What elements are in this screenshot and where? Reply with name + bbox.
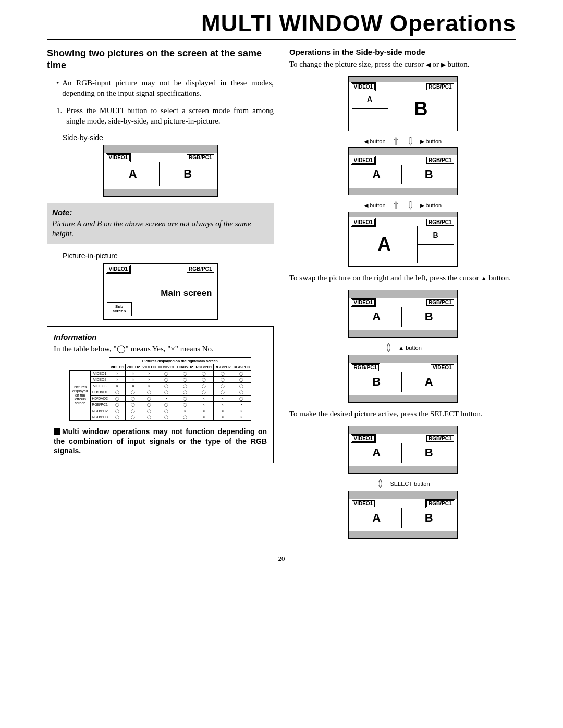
compat-cell: ◯ [109,414,125,421]
state-equal: VIDEO1 RGB/PC1 A B [348,147,458,195]
compat-cell: ◯ [157,376,176,382]
compat-cell: ◯ [176,414,194,421]
compat-cell: ◯ [213,382,232,389]
tag-rgbpc1: RGB/PC1 [426,83,454,90]
diagram-sbs: VIDEO1 RGB/PC1 A B [103,145,218,197]
tag-rgbpc1-pip: RGB/PC1 [187,266,214,273]
col-header: RGB/PC1 [194,364,213,370]
compat-cell: × [141,376,157,382]
compat-cell: ◯ [157,414,176,421]
pane-a: A [352,508,402,528]
col-header: VIDEO2 [125,364,141,370]
tag-video1: VIDEO1 [352,299,375,306]
compat-cell: × [109,370,125,376]
compat-cell: × [194,408,213,414]
note-body: Picture A and B on the above screen are … [52,219,268,239]
compat-cell: ◯ [157,382,176,389]
up-button-label: ▲ button [398,344,422,351]
compat-cell: ◯ [176,376,194,382]
updown-arrow-icon: ⇕ [377,480,384,488]
pane-b: B [352,372,402,392]
tag-rgbpc1: RGB/PC1 [426,435,454,442]
row-header: RGB/PC3 [91,414,109,421]
information-box: Information In the table below, "◯" mean… [47,326,274,464]
note-box: Note: Picture A and B on the above scree… [47,203,274,244]
right-p3: To make the desired picture active, pres… [289,409,516,419]
row-header: HD/DVD1 [91,389,109,395]
state-a-large: VIDEO1 RGB/PC1 A B [348,212,458,267]
pane-b: B [162,162,214,186]
tag-rgbpc1: RGB/PC1 [187,154,214,161]
compat-cell: ◯ [109,389,125,395]
tag-rgbpc1: RGB/PC1 [426,299,454,306]
compat-cell: × [194,396,213,402]
left-button-label: ◀ button [364,138,386,145]
note-title: Note: [52,207,268,218]
compat-cell: ◯ [141,402,157,408]
compat-cell: × [232,414,251,421]
compat-cell: ◯ [157,402,176,408]
col-header: VIDEO3 [141,364,157,370]
compat-cell: ◯ [109,402,125,408]
select-arrow: ⇕ SELECT button [289,480,516,488]
down-arrow-icon: ⇩ [407,138,413,145]
compat-cell: × [141,370,157,376]
tag-video1: VIDEO1 [352,157,375,164]
arrow-row-1: ◀ button ⇧ ⇩ ▶ button [289,138,516,145]
tag-video1: VIDEO1 [431,364,454,371]
compat-cell: ◯ [176,389,194,395]
compat-cell: × [213,408,232,414]
compat-cell: × [213,396,232,402]
pane-b: B [404,165,454,184]
compat-cell: ◯ [176,382,194,389]
tag-video1-pip: VIDEO1 [107,266,130,273]
compat-cell: × [194,402,213,408]
compat-cell: ◯ [157,370,176,376]
compat-cell: ◯ [141,408,157,414]
compat-cell: × [125,370,141,376]
page-title: MULTI WINDOW Operations [47,10,516,40]
up-triangle-icon: ▲ [481,275,487,282]
compat-cell: ◯ [194,370,213,376]
right-column: Operations in the Side-by-side mode To c… [289,47,516,545]
pane-a: A [352,307,402,327]
compat-cell: ◯ [232,396,251,402]
arrow-row-2: ◀ button ⇧ ⇩ ▶ button [289,202,516,209]
col-header: VIDEO1 [109,364,125,370]
pane-a: A [352,226,418,263]
state-b-large: VIDEO1 RGB/PC1 A B [348,76,458,131]
select-after: VIDEO1 RGB/PC1 A B [348,491,458,539]
row-header: VIDEO2 [91,376,109,382]
pane-a: A [404,372,454,392]
compat-cell: × [141,382,157,389]
left-triangle-icon: ◀ [426,61,431,68]
page-number: 20 [47,554,516,563]
compat-cell: ◯ [125,389,141,395]
diagram-pip: VIDEO1 RGB/PC1 Main screen Sub screen [103,263,218,320]
left-heading: Showing two pictures on the screen at th… [47,47,274,71]
col-header: RGB/PC2 [213,364,232,370]
compat-cell: × [213,402,232,408]
bullet-dot: • [56,78,59,98]
compat-cell: ◯ [213,376,232,382]
pane-b: B [388,90,454,128]
compat-cell: ◯ [157,408,176,414]
step-number: 1. [56,106,62,126]
pip-label: Picture-in-picture [63,252,274,260]
compat-cell: × [232,402,251,408]
tag-video1: VIDEO1 [352,500,375,507]
compat-cell: ◯ [194,389,213,395]
up-arrow-icon: ⇧ [392,202,399,209]
compat-cell: × [125,376,141,382]
compat-cell: ◯ [232,389,251,395]
info-intro: In the table below, "◯" means Yes, "×" m… [54,344,267,354]
compat-cell: ◯ [125,414,141,421]
compat-cell: ◯ [141,414,157,421]
right-button-label: ▶ button [420,202,442,209]
updown-arrow-icon: ⇕ [385,344,392,352]
pane-a: A [107,162,160,186]
swap-before: VIDEO1 RGB/PC1 A B [348,290,458,338]
compat-cell: ◯ [232,370,251,376]
compat-cell: × [176,408,194,414]
compat-cell: × [194,414,213,421]
